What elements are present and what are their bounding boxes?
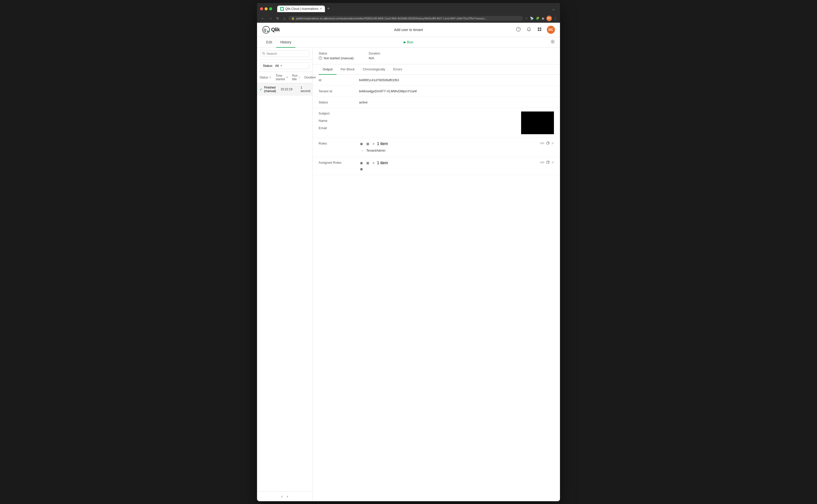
search-box	[257, 48, 312, 60]
assigned-roles-grid-view-button[interactable]: ▦	[365, 161, 370, 165]
subject-label: Subject	[319, 111, 359, 115]
svg-rect-18	[546, 161, 549, 163]
back-button[interactable]: ←	[260, 16, 266, 21]
tab-output[interactable]: Output	[319, 64, 337, 75]
row-status: ✓ Finished (manual)	[257, 86, 279, 93]
svg-point-0	[281, 8, 283, 10]
assigned-roles-label: Assigned Roles	[319, 161, 359, 164]
tab-edit[interactable]: Edit	[262, 37, 276, 48]
assigned-roles-controls: ▣ ▦ ≡ 1 item	[359, 161, 554, 165]
roles-list-view-button[interactable]: ≡	[372, 142, 375, 146]
minimize-traffic-light[interactable]	[265, 7, 268, 10]
help-button[interactable]: ?	[515, 26, 522, 34]
svg-rect-8	[540, 27, 541, 29]
roles-expand-button[interactable]: ⤢	[551, 142, 554, 145]
tab-chronologically[interactable]: Chronologically	[359, 64, 389, 75]
roles-item-tenant-admin: ─ TenantAdmin	[359, 148, 554, 153]
th-time-started: Time started ⇅	[274, 74, 290, 81]
status-label: Status	[319, 52, 354, 55]
assigned-roles-list-view-button[interactable]: ≡	[372, 161, 375, 165]
roles-collapse-button[interactable]: ▣	[359, 142, 364, 146]
assigned-roles-expand-button[interactable]: ⤢	[551, 161, 554, 164]
pagination-next-button[interactable]: ›	[287, 494, 288, 499]
tab-per-block[interactable]: Per Block	[337, 64, 359, 75]
forward-button[interactable]: →	[268, 16, 273, 21]
close-traffic-light[interactable]	[260, 7, 263, 10]
sidebar-icon[interactable]: ▣	[541, 17, 544, 20]
data-row-id: Id 646f6f1c41d790506df01f63	[313, 75, 560, 86]
tab-nav-right	[550, 39, 555, 45]
search-input[interactable]	[267, 52, 307, 55]
right-panel: Status Not started (manual) Duration N/A…	[313, 48, 560, 501]
assigned-roles-sub-item-icon[interactable]: ▣	[359, 167, 364, 171]
tab-title: Qlik Cloud | Automations	[285, 7, 318, 11]
svg-point-3	[267, 31, 269, 32]
th-status: Status ⇅	[257, 76, 274, 79]
left-panel: Status: All ▾ Status ⇅ Time started ⇅	[257, 48, 313, 501]
id-value: 646f6f1c41d790506df01f63	[359, 78, 554, 82]
home-button[interactable]: ⌂	[282, 16, 286, 21]
roles-code-button[interactable]: </>	[540, 142, 544, 145]
traffic-lights	[260, 7, 272, 10]
status-select[interactable]: Status: All ▾	[260, 62, 309, 69]
svg-point-6	[529, 31, 529, 31]
run-button-container: ▶ Run	[404, 40, 414, 44]
pagination-prev-button[interactable]: ‹	[281, 494, 283, 499]
roles-row-icon: ─	[361, 149, 363, 152]
assigned-roles-action-icons: </> ⤢	[540, 161, 554, 164]
right-panel-header: Status Not started (manual) Duration N/A	[313, 48, 560, 64]
table-row[interactable]: ✓ Finished (manual) 15:22:19 1 second	[257, 83, 312, 96]
tab-navigation: Edit History ▶ Run	[257, 37, 560, 48]
sort-status-icon[interactable]: ⇅	[269, 76, 271, 79]
th-run-title: Run title ▽	[290, 74, 303, 81]
data-row-subject-name-email: Subject Name Email	[313, 108, 560, 138]
assigned-roles-copy-button[interactable]	[546, 161, 549, 164]
notifications-button[interactable]	[526, 26, 532, 34]
browser-menu-icon[interactable]: ⋮	[554, 17, 557, 20]
user-avatar[interactable]: DC	[547, 26, 555, 34]
left-panel-spacer	[257, 96, 312, 491]
status-filter: Status: All ▾	[257, 60, 312, 72]
status-check-icon: ✓	[260, 87, 263, 91]
svg-rect-17	[546, 142, 549, 144]
extension-icon[interactable]: 🧩	[536, 17, 539, 20]
refresh-button[interactable]: ↻	[275, 16, 280, 21]
assigned-roles-collapse-button[interactable]: ▣	[359, 161, 364, 165]
status-value: Not started (manual)	[319, 56, 354, 60]
search-icon	[262, 52, 265, 55]
roles-content: ▣ ▦ ≡ 1 item ─ TenantAdmin	[359, 142, 554, 153]
active-browser-tab[interactable]: Qlik Cloud | Automations ✕	[277, 6, 325, 12]
titlebar: Qlik Cloud | Automations ✕ + ⌄	[260, 6, 557, 12]
qlik-logo-icon: Q	[262, 26, 270, 34]
new-tab-button[interactable]: +	[325, 6, 332, 11]
address-bar[interactable]: 🔒 platformoperations.eu.qlikcloud.com/au…	[288, 16, 523, 21]
tab-strip-arrow[interactable]: ⌄	[552, 7, 557, 11]
svg-text:Q: Q	[264, 28, 266, 32]
roles-item-count: 1 item	[377, 142, 388, 146]
apps-grid-button[interactable]	[536, 26, 543, 34]
rss-icon[interactable]: 📡	[530, 17, 534, 20]
status-indicator-icon	[319, 56, 322, 60]
tab-close-button[interactable]: ✕	[320, 7, 322, 10]
app-header: Q Qlik Add user to tenant ? DC	[257, 23, 560, 37]
bookmark-icon[interactable]: ☆	[525, 17, 528, 20]
filter-title-icon[interactable]: ▽	[299, 76, 301, 79]
play-icon: ▶	[404, 40, 406, 44]
browser-action-icons: ☆ 📡 🧩 ▣ DC ⋮	[525, 16, 557, 21]
sort-time-icon[interactable]: ⇅	[286, 76, 288, 79]
settings-button[interactable]	[550, 39, 555, 45]
redacted-block	[521, 111, 554, 134]
tab-errors[interactable]: Errors	[389, 64, 406, 75]
run-button[interactable]: ▶ Run	[404, 40, 414, 44]
status-filter-value: All	[275, 64, 279, 68]
assigned-roles-content: ▣ ▦ ≡ 1 item ▣	[359, 161, 554, 171]
fullscreen-traffic-light[interactable]	[269, 7, 272, 10]
assigned-roles-code-button[interactable]: </>	[540, 161, 544, 164]
roles-grid-view-button[interactable]: ▦	[365, 142, 370, 146]
roles-row: Roles ▣ ▦ ≡ 1 item ─ TenantAdmin	[313, 138, 560, 157]
browser-user-avatar[interactable]: DC	[546, 16, 552, 21]
roles-copy-button[interactable]	[546, 142, 549, 145]
browser-tabs: Qlik Cloud | Automations ✕ + ⌄	[277, 6, 557, 12]
tab-history[interactable]: History	[276, 37, 295, 48]
data-section: Id 646f6f1c41d790506df01f63 Tenant Id bi…	[313, 75, 560, 175]
